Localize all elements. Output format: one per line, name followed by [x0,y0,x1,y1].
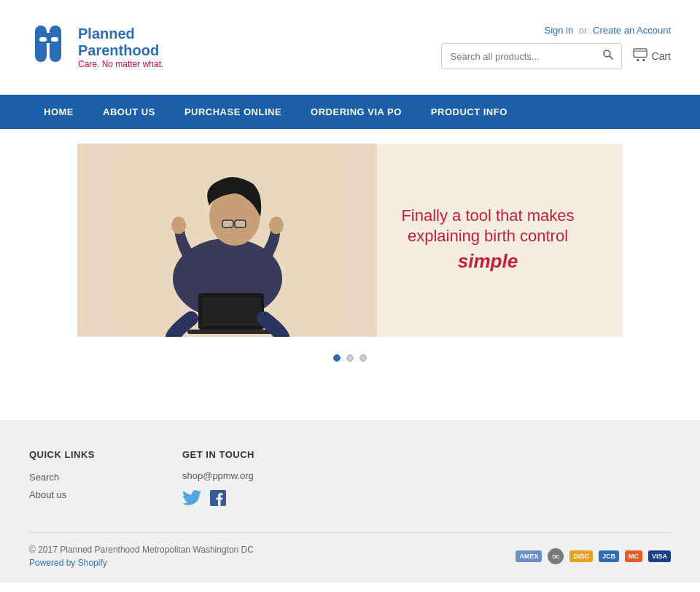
nav-item-purchase: PURCHASE ONLINE [170,95,296,129]
quick-link-search: Search [29,470,95,483]
quick-link-search-anchor[interactable]: Search [29,472,59,483]
quick-links-list: Search About us [29,470,95,501]
svg-point-17 [171,217,186,234]
nav-link-about[interactable]: ABOUT US [88,95,170,129]
svg-rect-1 [50,26,61,62]
footer: QUICK LINKS Search About us GET IN TOUCH… [0,420,700,583]
search-icon [602,49,614,61]
svg-rect-20 [202,297,260,326]
svg-rect-15 [235,220,246,227]
tagline-care: Care. [78,59,99,69]
cart-icon [633,48,648,65]
jcb-badge: JCB [599,550,619,562]
carousel-dot-2[interactable] [346,354,354,362]
brand-name-line2: Parenthood [78,42,163,59]
footer-top: QUICK LINKS Search About us GET IN TOUCH… [29,449,671,510]
get-in-touch-heading: GET IN TOUCH [182,449,254,460]
search-cart-area: Cart [441,43,671,69]
carousel-dot-1[interactable] [333,354,341,362]
hero-line3: simple [375,247,601,276]
discover-badge: DISC [569,550,593,562]
nav-bar: HOME ABOUT US PURCHASE ONLINE ORDERING V… [0,95,700,129]
nav-item-about: ABOUT US [88,95,170,129]
svg-rect-3 [39,37,47,42]
svg-rect-7 [634,48,647,56]
person-svg [118,144,337,337]
diners-badge: DC [548,548,564,564]
search-button[interactable] [595,44,621,69]
tagline-rest: No matter what. [102,59,164,69]
amex-badge: AMEX [516,550,542,562]
nav-list: HOME ABOUT US PURCHASE ONLINE ORDERING V… [29,95,671,129]
facebook-link[interactable] [210,490,226,510]
carousel-dot-3[interactable] [359,354,367,362]
svg-rect-21 [187,330,275,334]
svg-line-6 [610,56,612,59]
quick-links-heading: QUICK LINKS [29,449,95,460]
nav-item-home: HOME [29,95,88,129]
twitter-icon [182,490,201,506]
header: Planned Parenthood Care. No matter what.… [0,0,700,95]
copyright-text: © 2017 Planned Parenthood Metropolitan W… [29,545,254,555]
get-in-touch-col: GET IN TOUCH shop@ppmw.org [182,449,254,510]
logo-area: Planned Parenthood Care. No matter what. [29,22,163,73]
nav-link-purchase[interactable]: PURCHASE ONLINE [170,95,296,129]
brand-name-line1: Planned [78,26,163,42]
svg-rect-4 [51,37,58,42]
payment-icons: AMEX DC DISC JCB MC VISA [516,548,671,564]
cart-svg [633,48,648,61]
facebook-icon [210,490,226,506]
search-box [441,43,622,69]
content-spacer [0,376,700,420]
svg-point-18 [269,217,284,234]
hero-line1: Finally a tool that makes [375,205,601,226]
signin-link[interactable]: Sign in [544,25,573,36]
top-right: Sign in or Create an Account [441,25,671,69]
svg-point-5 [604,50,610,57]
social-icons [182,490,254,510]
pp-logo-icon [29,22,69,73]
create-account-link[interactable]: Create an Account [593,25,671,36]
auth-links: Sign in or Create an Account [544,25,671,36]
nav-item-ordering: ORDERING VIA PO [296,95,416,129]
svg-rect-14 [222,220,233,227]
quick-link-about-anchor[interactable]: About us [29,489,66,500]
footer-email: shop@ppmw.org [182,470,254,481]
nav-link-product[interactable]: PRODUCT INFO [416,95,522,129]
footer-bottom: © 2017 Planned Parenthood Metropolitan W… [29,532,671,568]
hero-text: Finally a tool that makes explaining bir… [375,205,601,275]
nav-link-home[interactable]: HOME [29,95,88,129]
nav-item-product: PRODUCT INFO [416,95,522,129]
hero-line2: explaining birth control [375,226,601,247]
visa-badge: VISA [648,550,671,562]
svg-point-9 [642,58,645,61]
or-separator: or [579,25,588,36]
pp-logo-text: Planned Parenthood Care. No matter what. [78,26,163,69]
footer-bottom-left: © 2017 Planned Parenthood Metropolitan W… [29,545,254,568]
logo: Planned Parenthood Care. No matter what. [29,22,163,73]
powered-by-link[interactable]: Powered by Shopify [29,558,254,568]
quick-link-about: About us [29,488,95,501]
svg-point-8 [637,58,639,61]
hero-section: Finally a tool that makes explaining bir… [0,129,700,344]
hero-image [77,144,377,337]
twitter-link[interactable] [182,490,201,510]
quick-links-col: QUICK LINKS Search About us [29,449,95,510]
cart-button[interactable]: Cart [633,48,671,65]
search-input[interactable] [442,46,595,67]
svg-rect-0 [35,26,47,62]
master-badge: MC [625,550,642,562]
cart-label: Cart [652,50,671,62]
hero-container: Finally a tool that makes explaining bir… [77,144,623,337]
nav-link-ordering[interactable]: ORDERING VIA PO [296,95,416,129]
carousel-dots [0,344,700,376]
tagline: Care. No matter what. [78,59,163,69]
